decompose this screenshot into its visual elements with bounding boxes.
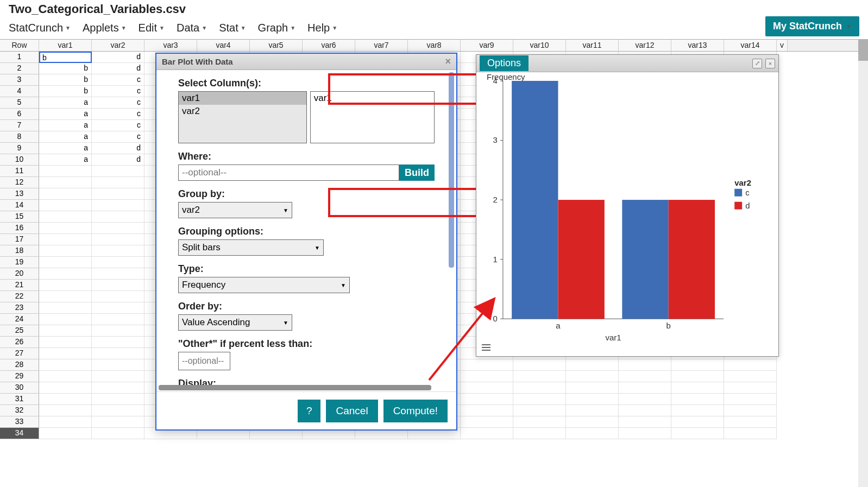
- cell[interactable]: [39, 314, 92, 325]
- cell[interactable]: [513, 371, 566, 382]
- menu-data[interactable]: Data ▼: [177, 22, 207, 34]
- cell[interactable]: [92, 325, 144, 337]
- close-icon[interactable]: ×: [445, 56, 451, 67]
- cell[interactable]: c: [92, 131, 144, 143]
- row-header[interactable]: 27: [0, 348, 39, 359]
- type-select[interactable]: Frequency▼: [178, 277, 350, 293]
- cell[interactable]: [92, 405, 144, 416]
- row-header[interactable]: 5: [0, 97, 39, 109]
- build-button[interactable]: Build: [399, 165, 435, 181]
- dialog-titlebar[interactable]: Bar Plot With Data ×: [156, 54, 456, 70]
- row-header[interactable]: 22: [0, 291, 39, 302]
- column-header[interactable]: var14: [724, 40, 777, 51]
- cell[interactable]: [724, 371, 777, 382]
- list-option[interactable]: var2: [179, 105, 306, 118]
- cell[interactable]: d: [92, 143, 144, 154]
- cell[interactable]: c: [92, 109, 144, 120]
- cell[interactable]: [724, 405, 777, 416]
- row-header[interactable]: 20: [0, 268, 39, 280]
- available-columns-list[interactable]: var1var2: [178, 91, 307, 143]
- cell[interactable]: [92, 416, 144, 428]
- cell[interactable]: [39, 257, 92, 268]
- cell[interactable]: [92, 371, 144, 382]
- row-header[interactable]: 33: [0, 416, 39, 428]
- cell[interactable]: [671, 382, 724, 394]
- cell[interactable]: [724, 394, 777, 405]
- column-header[interactable]: var2: [92, 40, 144, 51]
- cell[interactable]: [39, 371, 92, 382]
- menu-statcrunch[interactable]: StatCrunch ▼: [9, 22, 71, 34]
- cell[interactable]: [92, 314, 144, 325]
- menu-graph[interactable]: Graph ▼: [258, 22, 296, 34]
- close-icon[interactable]: ×: [765, 59, 775, 68]
- chart-titlebar[interactable]: Options ⤢ ×: [476, 55, 778, 72]
- list-option[interactable]: var1: [311, 92, 434, 105]
- cell[interactable]: c: [92, 97, 144, 109]
- cell[interactable]: [724, 416, 777, 428]
- cell[interactable]: [566, 382, 619, 394]
- cell[interactable]: [39, 200, 92, 211]
- cell[interactable]: b: [39, 52, 92, 63]
- expand-icon[interactable]: ⤢: [752, 59, 762, 68]
- cell[interactable]: b: [39, 63, 92, 74]
- selected-columns-list[interactable]: var1: [310, 91, 435, 143]
- cell[interactable]: [566, 428, 619, 439]
- hamburger-icon[interactable]: [482, 344, 490, 351]
- cell[interactable]: b: [39, 74, 92, 86]
- list-option[interactable]: var1: [179, 92, 306, 105]
- cell[interactable]: [92, 200, 144, 211]
- row-header[interactable]: 2: [0, 63, 39, 74]
- row-header[interactable]: 8: [0, 131, 39, 143]
- cell[interactable]: [92, 211, 144, 223]
- cell[interactable]: a: [39, 109, 92, 120]
- cell[interactable]: [92, 257, 144, 268]
- column-header[interactable]: var6: [303, 40, 355, 51]
- row-header[interactable]: 13: [0, 188, 39, 200]
- row-header[interactable]: 1: [0, 52, 39, 63]
- cell[interactable]: [92, 223, 144, 234]
- row-header[interactable]: 19: [0, 257, 39, 268]
- cell[interactable]: [566, 405, 619, 416]
- column-header[interactable]: var8: [408, 40, 461, 51]
- row-header[interactable]: 32: [0, 405, 39, 416]
- column-header[interactable]: var13: [671, 40, 724, 51]
- cell[interactable]: [566, 359, 619, 371]
- order-by-select[interactable]: Value Ascending▼: [178, 314, 292, 331]
- cell[interactable]: [724, 359, 777, 371]
- cell[interactable]: [671, 428, 724, 439]
- cell[interactable]: [513, 359, 566, 371]
- cell[interactable]: c: [92, 74, 144, 86]
- cell[interactable]: [513, 382, 566, 394]
- cell[interactable]: a: [39, 120, 92, 131]
- cell[interactable]: [39, 245, 92, 257]
- cell[interactable]: [566, 416, 619, 428]
- row-header[interactable]: 23: [0, 302, 39, 314]
- column-header[interactable]: var3: [144, 40, 197, 51]
- row-header[interactable]: 11: [0, 166, 39, 177]
- menu-edit[interactable]: Edit ▼: [139, 22, 165, 34]
- row-header[interactable]: 4: [0, 86, 39, 97]
- cell[interactable]: [92, 280, 144, 291]
- cell[interactable]: [92, 382, 144, 394]
- menu-applets[interactable]: Applets ▼: [83, 22, 127, 34]
- my-statcrunch-button[interactable]: My StatCrunch ▼: [765, 16, 859, 36]
- column-header[interactable]: var11: [566, 40, 619, 51]
- row-header[interactable]: 31: [0, 394, 39, 405]
- column-header[interactable]: Row: [0, 40, 39, 51]
- cell[interactable]: [619, 394, 671, 405]
- row-header[interactable]: 6: [0, 109, 39, 120]
- options-button[interactable]: Options: [480, 55, 529, 71]
- cell[interactable]: [461, 428, 513, 439]
- column-header[interactable]: var10: [513, 40, 566, 51]
- cell[interactable]: [619, 405, 671, 416]
- cell[interactable]: [461, 382, 513, 394]
- cell[interactable]: [92, 337, 144, 348]
- cell[interactable]: [39, 188, 92, 200]
- cell[interactable]: [39, 291, 92, 302]
- cell[interactable]: [461, 394, 513, 405]
- cell[interactable]: [39, 405, 92, 416]
- cell[interactable]: [39, 211, 92, 223]
- row-header[interactable]: 17: [0, 234, 39, 245]
- cell[interactable]: [671, 359, 724, 371]
- cell[interactable]: d: [92, 154, 144, 166]
